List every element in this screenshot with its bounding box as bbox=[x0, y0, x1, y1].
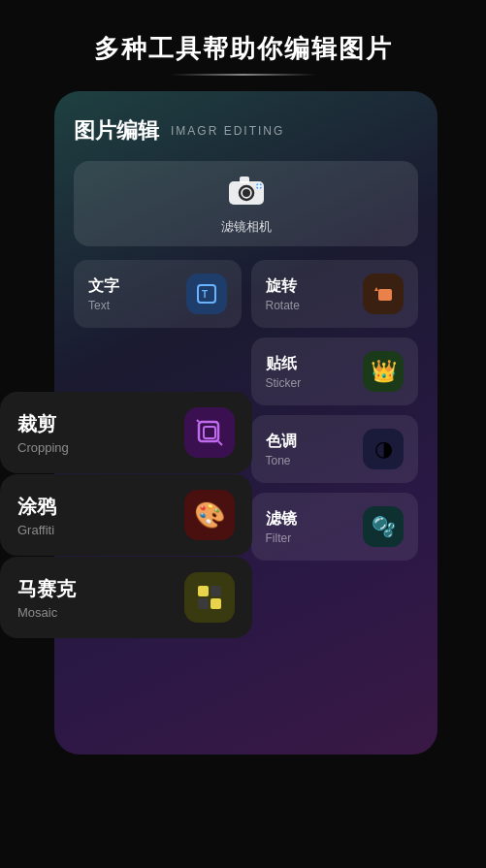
camera-icon bbox=[227, 172, 266, 210]
text-tool-zh: 文字 bbox=[88, 276, 119, 297]
camera-button[interactable]: 滤镜相机 bbox=[74, 161, 418, 246]
svg-line-13 bbox=[218, 441, 222, 445]
svg-text:T: T bbox=[202, 289, 208, 300]
mosaic-tool-btn[interactable]: 马赛克 Mosaic bbox=[0, 557, 252, 638]
svg-rect-16 bbox=[198, 598, 209, 609]
rotate-tool-en: Rotate bbox=[266, 299, 300, 312]
svg-rect-14 bbox=[198, 586, 209, 596]
tone-tool-btn[interactable]: 色调 Tone ◑ bbox=[251, 415, 419, 483]
crop-tool-en: Cropping bbox=[17, 440, 69, 455]
filter-tool-labels: 滤镜 Filter bbox=[266, 509, 297, 545]
rotate-tool-zh: 旋转 bbox=[266, 276, 300, 297]
filter-tool-btn[interactable]: 滤镜 Filter 🫧 bbox=[251, 493, 419, 561]
sticker-tool-en: Sticker bbox=[266, 376, 302, 390]
rotate-tool-labels: 旋转 Rotate bbox=[266, 276, 300, 312]
svg-rect-17 bbox=[211, 598, 221, 609]
page-title: 多种工具帮助你编辑图片 bbox=[65, 31, 422, 66]
crop-tool-labels: 裁剪 Cropping bbox=[17, 411, 69, 455]
svg-rect-3 bbox=[240, 177, 249, 183]
sticker-tool-labels: 贴纸 Sticker bbox=[266, 354, 302, 390]
rotate-icon bbox=[363, 273, 404, 314]
graffiti-tool-labels: 涂鸦 Graffiti bbox=[17, 494, 56, 537]
mosaic-tool-labels: 马赛克 Mosaic bbox=[17, 576, 76, 620]
graffiti-tool-zh: 涂鸦 bbox=[17, 494, 56, 520]
filter-tool-zh: 滤镜 bbox=[266, 509, 297, 530]
graffiti-tool-en: Graffiti bbox=[17, 523, 56, 537]
svg-rect-15 bbox=[211, 586, 221, 596]
tone-tool-labels: 色调 Tone bbox=[266, 432, 297, 467]
svg-rect-11 bbox=[204, 427, 215, 438]
svg-point-2 bbox=[243, 189, 250, 197]
text-tool-labels: 文字 Text bbox=[88, 276, 119, 312]
graffiti-tool-btn[interactable]: 涂鸦 Graffiti 🎨 bbox=[0, 474, 252, 556]
tone-icon: ◑ bbox=[363, 429, 404, 469]
crop-icon bbox=[184, 407, 235, 458]
tone-tool-en: Tone bbox=[266, 454, 297, 467]
mosaic-tool-zh: 马赛克 bbox=[17, 576, 76, 602]
card-title-zh: 图片编辑 bbox=[74, 116, 159, 145]
filter-tool-en: Filter bbox=[266, 531, 297, 545]
mosaic-tool-en: Mosaic bbox=[17, 605, 76, 620]
svg-rect-9 bbox=[378, 289, 392, 301]
crop-tool-zh: 裁剪 bbox=[17, 411, 69, 437]
card-title-row: 图片编辑 IMAGR EDITING bbox=[74, 116, 418, 145]
card-title-en: IMAGR EDITING bbox=[171, 124, 284, 138]
sticker-tool-zh: 贴纸 bbox=[266, 354, 302, 374]
text-tool-btn[interactable]: 文字 Text T bbox=[74, 260, 242, 328]
header-underline bbox=[171, 74, 316, 76]
filter-icon: 🫧 bbox=[363, 506, 404, 547]
text-tool-en: Text bbox=[88, 299, 119, 312]
page-layout: 图片编辑 IMAGR EDITING 滤镜相机 bbox=[0, 91, 486, 868]
mosaic-icon bbox=[184, 572, 235, 623]
camera-label: 滤镜相机 bbox=[221, 218, 272, 236]
text-rotate-row: 文字 Text T 旋转 Rotate bbox=[74, 260, 418, 328]
sticker-tool-btn[interactable]: 贴纸 Sticker 👑 bbox=[251, 338, 419, 405]
tone-tool-zh: 色调 bbox=[266, 432, 297, 452]
graffiti-icon: 🎨 bbox=[184, 490, 235, 540]
text-icon: T bbox=[186, 273, 227, 314]
svg-line-12 bbox=[197, 420, 199, 422]
crop-tool-btn[interactable]: 裁剪 Cropping bbox=[0, 392, 252, 473]
rotate-tool-btn[interactable]: 旋转 Rotate bbox=[251, 260, 419, 328]
sticker-icon: 👑 bbox=[363, 351, 404, 392]
